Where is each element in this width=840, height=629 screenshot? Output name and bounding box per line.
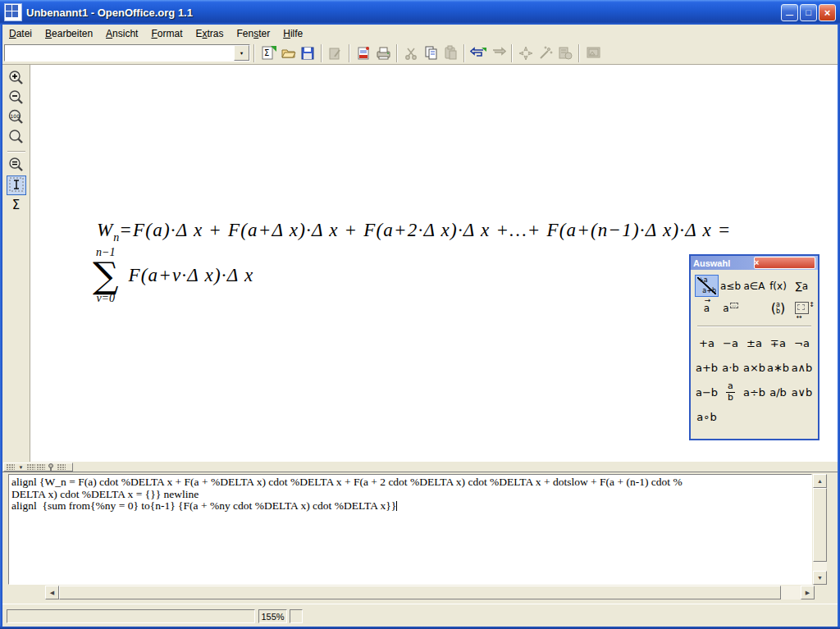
chevron-down-icon: ▼	[240, 51, 244, 56]
url-input[interactable]	[5, 45, 234, 61]
open-button[interactable]	[278, 43, 298, 63]
copy-button[interactable]	[421, 43, 441, 63]
splitter-grip[interactable]	[7, 464, 15, 470]
splitter-grip[interactable]	[57, 464, 66, 470]
cut-button	[401, 43, 421, 63]
undo-button[interactable]	[468, 43, 488, 63]
menu-bar: Datei Bearbeiten Ansicht Format Extras F…	[2, 25, 838, 42]
symbol-a-cdot-b[interactable]: a⋅b	[719, 355, 742, 380]
symbol-a-ast-b[interactable]: a∗b	[766, 355, 790, 380]
formula-line-2: n−1 ∑ ν=0 F(a+ν·Δ x)·Δ x	[93, 247, 253, 304]
insert-object-icon	[558, 46, 573, 61]
horizontal-scroll-thumb[interactable]	[59, 586, 781, 599]
vertical-scroll-thumb[interactable]	[813, 488, 827, 562]
pin-button[interactable]	[46, 463, 57, 471]
symbols-catalog-button[interactable]: Σ	[7, 195, 26, 215]
scroll-left-button[interactable]: ◀	[45, 586, 59, 599]
splitter-handle[interactable]: ▼	[3, 463, 73, 472]
update-view-button[interactable]	[7, 156, 26, 175]
new-formula-icon: Σ	[261, 45, 276, 61]
redo-icon	[490, 47, 506, 60]
category-relations[interactable]: a≤b	[719, 275, 742, 297]
category-operators[interactable]: ∑a	[790, 275, 814, 297]
arrow-left-icon: ◀	[50, 590, 54, 596]
chevron-down-icon: ▼	[19, 465, 24, 470]
print-button[interactable]	[373, 43, 393, 63]
category-set-operations[interactable]: a∈A	[742, 275, 766, 297]
new-formula-button[interactable]: Σ	[258, 43, 278, 63]
save-button[interactable]	[298, 43, 317, 63]
arrow-right-icon: ▶	[806, 590, 810, 596]
zoom-all-icon	[8, 129, 25, 148]
sum-lower-limit: ν=0	[96, 293, 115, 304]
hide-commands-button[interactable]: ▼	[16, 463, 26, 471]
combobox-dropdown-button[interactable]: ▼	[234, 45, 249, 61]
redo-button	[488, 43, 508, 63]
edit-file-button	[326, 43, 345, 63]
category-others[interactable]: a⋯	[719, 297, 742, 319]
zoom-100-button[interactable]: 100	[7, 108, 26, 128]
commands-horizontal-scrollbar[interactable]: ◀ ▶	[45, 586, 815, 599]
symbol-a-div-b[interactable]: a÷b	[742, 380, 766, 404]
category-unary-binary-operators[interactable]: +aa+b	[695, 275, 719, 297]
formula-view: Wn=F(a)·Δ x + F(a+Δ x)·Δ x + F(a+2·Δ x)·…	[30, 65, 838, 462]
splitter-grip[interactable]	[37, 464, 45, 470]
symbol-minusplus-a[interactable]: ∓a	[766, 330, 790, 355]
splitter-grip[interactable]	[27, 464, 35, 470]
close-button[interactable]: ×	[819, 4, 836, 21]
category-formats[interactable]: ↕↔	[790, 297, 814, 319]
symbol-a-circ-b[interactable]: a∘b	[695, 404, 719, 429]
url-combobox[interactable]: ▼	[4, 44, 250, 62]
zoom-out-icon	[8, 89, 25, 108]
text-caret	[396, 501, 397, 511]
maximize-button[interactable]: □	[800, 4, 817, 21]
symbol-a-minus-b[interactable]: a−b	[695, 380, 719, 404]
menu-bearbeiten[interactable]: Bearbeiten	[39, 26, 99, 41]
save-icon	[300, 46, 315, 61]
menu-hilfe[interactable]: Hilfe	[276, 26, 309, 41]
formula-line-1: Wn=F(a)·Δ x + F(a+Δ x)·Δ x + F(a+2·Δ x)·…	[97, 220, 732, 244]
symbol-a-times-b[interactable]: a×b	[742, 355, 766, 380]
zoom-all-button[interactable]	[7, 128, 26, 148]
symbol-plus-a[interactable]: +a	[695, 330, 719, 355]
autopilot-button	[536, 43, 555, 63]
gallery-icon	[586, 46, 601, 60]
category-functions[interactable]: f(x)	[766, 275, 790, 297]
menu-datei[interactable]: Datei	[2, 26, 39, 41]
menu-ansicht[interactable]: Ansicht	[99, 26, 144, 41]
scroll-down-button[interactable]: ▼	[813, 571, 827, 585]
symbol-a-over-b[interactable]: ab	[719, 380, 742, 404]
symbol-neg-a[interactable]: ¬a	[790, 330, 814, 355]
export-pdf-button[interactable]	[354, 43, 373, 63]
main-toolbar: 100 Σ	[2, 65, 30, 462]
insert-object-button	[555, 43, 575, 63]
category-attributes[interactable]: a→	[695, 297, 719, 319]
menu-fenster[interactable]: Fenster	[231, 26, 277, 41]
zoom-in-button[interactable]	[7, 69, 26, 89]
minimize-button[interactable]: —	[781, 4, 798, 21]
auswahl-title-bar[interactable]: Auswahl ×	[691, 256, 818, 270]
zoom-in-icon	[8, 70, 25, 89]
scroll-up-button[interactable]: ▲	[813, 474, 827, 488]
commands-vertical-scrollbar[interactable]: ▲ ▼	[813, 474, 827, 585]
category-brackets[interactable]: (ab)	[766, 297, 790, 319]
menu-extras[interactable]: Extras	[189, 26, 231, 41]
zoom-100-icon: 100	[8, 109, 25, 128]
svg-text:Σ: Σ	[264, 48, 269, 57]
symbol-a-plus-b[interactable]: a+b	[695, 355, 719, 380]
formula-cursor-button[interactable]	[7, 175, 26, 195]
symbol-a-or-b[interactable]: a∨b	[790, 380, 814, 404]
scroll-right-button[interactable]: ▶	[801, 586, 815, 599]
symbol-a-and-b[interactable]: a∧b	[790, 355, 814, 380]
menu-format[interactable]: Format	[144, 26, 189, 41]
commands-editor[interactable]: alignl {W_n = F(a) cdot %DELTA x + F(a +…	[8, 474, 812, 585]
symbol-a-slash-b[interactable]: a/b	[766, 380, 790, 404]
symbol-plusminus-a[interactable]: ±a	[742, 330, 766, 355]
toolbar-separator	[253, 44, 255, 62]
auswahl-close-button[interactable]: ×	[754, 257, 816, 269]
symbols-catalog-icon: Σ	[12, 198, 20, 212]
zoom-out-button[interactable]	[7, 89, 26, 108]
symbol-minus-a[interactable]: −a	[719, 330, 742, 355]
toolbar-separator	[7, 151, 25, 153]
paste-button	[441, 43, 460, 63]
